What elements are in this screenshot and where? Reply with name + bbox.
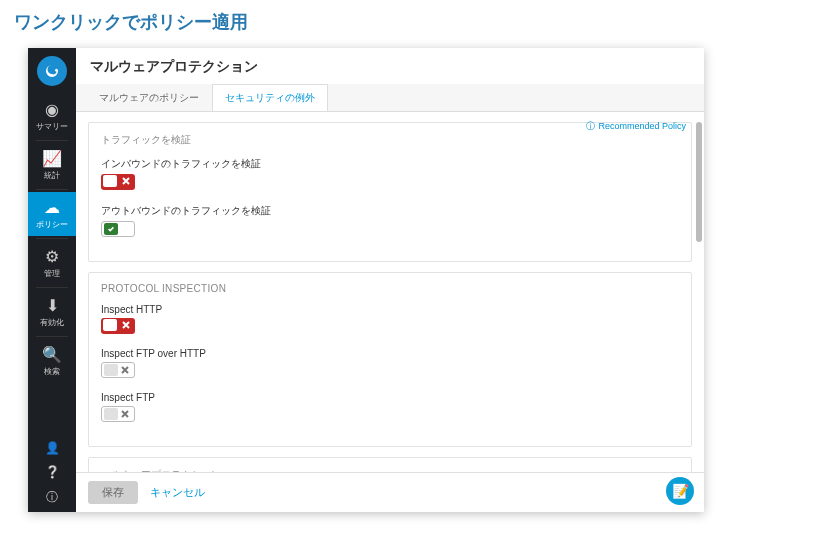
check-icon	[107, 225, 115, 233]
setting-ftp-http: Inspect FTP over HTTP	[101, 348, 679, 382]
sidebar-bottom: 👤 ❔ ⓘ	[28, 441, 76, 506]
section-traffic: トラフィックを検証 インバウンドのトラフィックを検証 アウトバウンドのトラフィッ…	[88, 122, 692, 262]
tab-security-exception[interactable]: セキュリティの例外	[212, 84, 328, 111]
nav-separator	[36, 238, 68, 239]
toggle-knob	[103, 319, 117, 331]
page-heading: ワンクリックでポリシー適用	[0, 0, 828, 48]
content-area: ⓘRecommended Policy トラフィックを検証 インバウンドのトラフ…	[76, 112, 704, 472]
nav-label: 検索	[44, 366, 60, 377]
toggle-ftp-http[interactable]	[101, 362, 135, 378]
toggle-knob	[103, 175, 117, 187]
recommended-policy-link[interactable]: ⓘRecommended Policy	[586, 120, 686, 133]
cloud-icon: ☁	[44, 198, 60, 217]
toggle-knob	[104, 408, 118, 420]
setting-outbound: アウトバウンドのトラフィックを検証	[101, 204, 679, 241]
nav-separator	[36, 287, 68, 288]
nav-label: ポリシー	[36, 219, 68, 230]
search-icon: 🔍	[42, 345, 62, 364]
user-icon[interactable]: 👤	[45, 441, 60, 455]
setting-label: Inspect HTTP	[101, 304, 679, 315]
scrollbar[interactable]	[696, 122, 702, 242]
toggle-inbound[interactable]	[101, 174, 135, 190]
nav-separator	[36, 140, 68, 141]
nav-label: 有効化	[40, 317, 64, 328]
cloud-swirl-icon	[43, 62, 61, 80]
main-title: マルウェアプロテクション	[76, 48, 704, 84]
section-malware: マルウェアプロテクション ウィルス 許可 ブロック 不要なアプリケーション 許可…	[88, 457, 692, 472]
app-logo[interactable]	[37, 56, 67, 86]
nav-separator	[36, 336, 68, 337]
save-button[interactable]: 保存	[88, 481, 138, 504]
toggle-http[interactable]	[101, 318, 135, 334]
nav-label: 統計	[44, 170, 60, 181]
nav-summary[interactable]: ◉ サマリー	[28, 94, 76, 138]
info-icon[interactable]: ⓘ	[46, 489, 58, 506]
dashboard-icon: ◉	[45, 100, 59, 119]
nav-search[interactable]: 🔍 検索	[28, 339, 76, 383]
nav-stats[interactable]: 📈 統計	[28, 143, 76, 187]
app-window: ◉ サマリー 📈 統計 ☁ ポリシー ⚙ 管理 ⬇ 有効化 🔍 検索 👤	[28, 48, 704, 512]
tabs: マルウェアのポリシー セキュリティの例外	[76, 84, 704, 112]
x-icon	[121, 176, 131, 186]
download-icon: ⬇	[46, 296, 59, 315]
note-icon: 📝	[672, 483, 689, 499]
setting-label: インバウンドのトラフィックを検証	[101, 157, 679, 171]
nav-separator	[36, 189, 68, 190]
section-protocol: PROTOCOL INSPECTION Inspect HTTP Inspect…	[88, 272, 692, 447]
rec-link-text: Recommended Policy	[598, 121, 686, 131]
nav-label: 管理	[44, 268, 60, 279]
setting-label: Inspect FTP	[101, 392, 679, 403]
toggle-knob	[104, 223, 118, 235]
section-title: トラフィックを検証	[101, 133, 679, 147]
nav-manage[interactable]: ⚙ 管理	[28, 241, 76, 285]
info-icon: ⓘ	[586, 121, 595, 131]
gear-icon: ⚙	[45, 247, 59, 266]
setting-http: Inspect HTTP	[101, 304, 679, 338]
main: マルウェアプロテクション マルウェアのポリシー セキュリティの例外 ⓘRecom…	[76, 48, 704, 512]
tab-malware-policy[interactable]: マルウェアのポリシー	[86, 84, 212, 111]
x-icon	[121, 320, 131, 330]
toggle-outbound[interactable]	[101, 221, 135, 237]
help-icon[interactable]: ❔	[45, 465, 60, 479]
x-icon	[120, 409, 130, 419]
section-title: PROTOCOL INSPECTION	[101, 283, 679, 294]
setting-label: Inspect FTP over HTTP	[101, 348, 679, 359]
toggle-ftp[interactable]	[101, 406, 135, 422]
nav-policy[interactable]: ☁ ポリシー	[28, 192, 76, 236]
toggle-knob	[104, 364, 118, 376]
nav-label: サマリー	[36, 121, 68, 132]
chart-icon: 📈	[42, 149, 62, 168]
setting-inbound: インバウンドのトラフィックを検証	[101, 157, 679, 194]
setting-ftp: Inspect FTP	[101, 392, 679, 426]
sidebar: ◉ サマリー 📈 統計 ☁ ポリシー ⚙ 管理 ⬇ 有効化 🔍 検索 👤	[28, 48, 76, 512]
footer: 保存 キャンセル 📝	[76, 472, 704, 512]
setting-label: アウトバウンドのトラフィックを検証	[101, 204, 679, 218]
fab-help[interactable]: 📝	[666, 477, 694, 505]
x-icon	[120, 365, 130, 375]
nav-activate[interactable]: ⬇ 有効化	[28, 290, 76, 334]
cancel-button[interactable]: キャンセル	[150, 485, 205, 500]
